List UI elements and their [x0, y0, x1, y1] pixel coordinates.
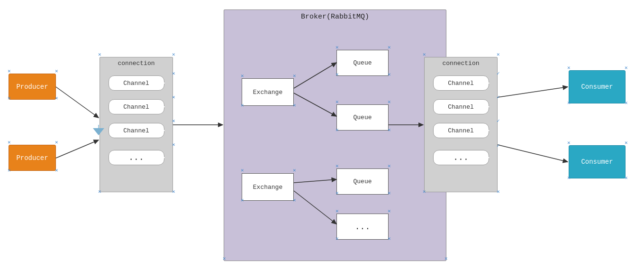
diagram-container: Broker(RabbitMQ) Producer Producer conne… [0, 0, 644, 271]
right-connection-label: connection [442, 60, 479, 67]
exchange1-label: Exchange [253, 89, 282, 96]
left-channel-3: Channel [109, 123, 164, 138]
left-connection-box: connection Channel Channel Channel ... [100, 57, 173, 192]
right-channel-3: Channel [433, 123, 489, 138]
marker: ✕ [55, 68, 58, 74]
exchange2-label: Exchange [253, 184, 282, 191]
consumer2-box: Consumer [569, 145, 626, 178]
producer2-box: Producer [9, 145, 56, 171]
queue3-label: Queue [353, 178, 372, 185]
marker: ✕ [497, 52, 500, 57]
arrow-rconn-c1 [498, 87, 568, 97]
consumer2-label: Consumer [581, 158, 613, 166]
arrow-rconn-c2 [498, 145, 568, 162]
marker: ✕ [55, 140, 58, 145]
arrow-p1-conn [56, 87, 99, 118]
queue1-box: Queue [336, 50, 389, 76]
queue3-box: Queue [336, 168, 389, 195]
producer1-box: Producer [9, 74, 56, 100]
right-channel-4: ... [433, 150, 489, 165]
exchange1-box: Exchange [242, 78, 294, 106]
right-channel-2: Channel [433, 99, 489, 114]
exchange2-box: Exchange [242, 173, 294, 201]
right-connection-box: connection Channel Channel Channel ... [424, 57, 498, 192]
queue1-label: Queue [353, 59, 372, 66]
right-channel-1: Channel [433, 75, 489, 91]
arrow-p2-conn [56, 140, 99, 158]
left-connection-label: connection [118, 60, 154, 67]
left-channel-4: ... [109, 150, 164, 165]
queue2-label: Queue [353, 114, 372, 121]
marker: ✕ [625, 65, 628, 71]
broker-box: Broker(RabbitMQ) [224, 9, 446, 261]
producer2-label: Producer [16, 154, 48, 162]
marker: ✕ [625, 140, 628, 146]
left-channel-1: Channel [109, 75, 164, 91]
queue2-box: Queue [336, 104, 389, 131]
broker-label: Broker(RabbitMQ) [301, 13, 369, 21]
producer1-label: Producer [16, 83, 48, 91]
consumer1-label: Consumer [581, 83, 613, 91]
queue4-box: ... [336, 214, 389, 240]
left-channel-2: Channel [109, 99, 164, 114]
marker: ✕ [172, 52, 175, 57]
queue4-label: ... [355, 222, 370, 232]
consumer1-box: Consumer [569, 70, 626, 103]
